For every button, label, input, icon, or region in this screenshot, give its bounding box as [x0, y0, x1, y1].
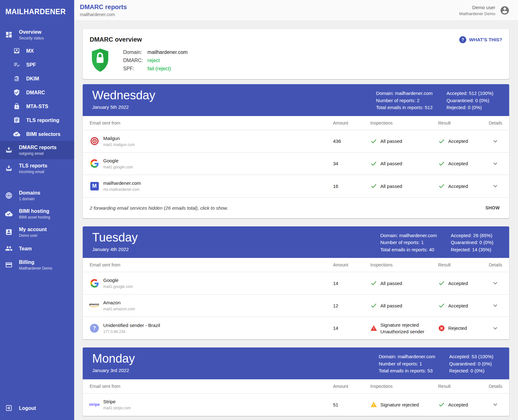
chevron-down-icon[interactable]: [491, 302, 499, 309]
dmarc-overview-card: DMARC overview ? WHAT'S THIS? Domain: ma…: [83, 29, 509, 79]
check-icon: [370, 160, 377, 167]
inspection-lines: All passed: [380, 160, 402, 167]
hidden-services-footer[interactable]: 2 forwarding email services hidden (26 e…: [83, 197, 509, 218]
details-cell: [488, 279, 502, 287]
chevron-down-icon[interactable]: [491, 324, 499, 332]
day-header: WednesdayJanuary 5th 2022Domain: mailhar…: [83, 84, 509, 116]
day-date: January 3rd 2022: [92, 368, 135, 373]
inspection-line: Signature rejected: [380, 322, 424, 328]
sidebar-item-billing[interactable]: BillingMailhardener Demo: [0, 256, 74, 274]
cancel-icon: [438, 325, 445, 332]
sidebar-item-dkim[interactable]: DKIM: [0, 72, 74, 85]
chevron-down-icon[interactable]: [491, 401, 499, 408]
day-report-card: MondayJanuary 3rd 2022Domain: mailharden…: [83, 347, 509, 416]
check-icon: [370, 138, 377, 145]
result-text: Accepted: [448, 138, 468, 144]
chevron-down-icon[interactable]: [491, 137, 499, 145]
chevron-down-icon[interactable]: [491, 182, 499, 190]
sidebar-item-mta-sts[interactable]: MTA-STS: [0, 99, 74, 113]
help-icon: ?: [459, 36, 466, 43]
chevron-down-icon[interactable]: [491, 279, 499, 287]
sidebar-item-sublabel: Mailhardener Demo: [19, 266, 52, 271]
table-row: Mailgunmail1.mailgun.com436All passedAcc…: [83, 130, 509, 153]
result-text: Accepted: [448, 161, 468, 166]
stat-line: Rejected: 0 (0%): [449, 367, 493, 375]
day-stats-left: Domain: mailhardener.comNumber of report…: [379, 353, 435, 375]
sidebar-item-bimi-hosting[interactable]: BIMI hostingBIMI asset hosting: [0, 205, 74, 223]
sender-domain: mail1.mailgun.com: [103, 143, 135, 147]
sidebar-item-dmarc[interactable]: DMARC: [0, 85, 74, 99]
sidebar-item-sublabel: BIMI asset hosting: [19, 215, 50, 219]
sender-text: mailhardener.commx.mailhardener.com: [103, 180, 141, 192]
day-header: MondayJanuary 3rd 2022Domain: mailharden…: [83, 347, 509, 379]
app-logo: MAILHARDENER: [0, 0, 74, 16]
stat-line: Domain: mailhardener.com: [380, 232, 437, 239]
sidebar-item-spf[interactable]: SPF: [0, 58, 74, 72]
day-report-list: WednesdayJanuary 5th 2022Domain: mailhar…: [83, 84, 509, 416]
sidebar-item-label: MX: [26, 48, 34, 54]
sidebar-item-label: My account: [19, 226, 47, 232]
sender-domain: mail1.amazon.com: [103, 307, 135, 311]
mailgun-logo: [90, 137, 99, 145]
chevron-down-icon[interactable]: [491, 160, 499, 167]
day-date: January 5th 2022: [92, 104, 155, 110]
sender-cell: stripeStripemail1.stripe.com: [90, 399, 333, 410]
sidebar-item-logout[interactable]: Logout: [0, 400, 74, 420]
sidebar-item-tls-reports[interactable]: TLS reportsincoming email: [0, 159, 74, 178]
stat-line: Number of reports: 2: [376, 97, 432, 104]
sidebar-item-dmarc-reports[interactable]: DMARC reportsoutgoing email: [0, 141, 74, 159]
stat-line: Rejected: 0 (0%): [447, 104, 493, 111]
details-cell: [488, 324, 502, 332]
sidebar-item-overview[interactable]: OverviewSecurity status: [0, 26, 74, 44]
stat-line: Accepted: 53 (100%): [449, 353, 493, 360]
sender-cell: ?Unidentified sender - Brazil177.0.86.23…: [90, 323, 333, 334]
sender-cell: Mailgunmail1.mailgun.com: [90, 136, 333, 147]
sidebar-item-team[interactable]: Team: [0, 241, 74, 256]
sidebar-item-tls-reporting[interactable]: TLS reporting: [0, 113, 74, 127]
inbox-icon: [5, 165, 13, 172]
sidebar-item-my-account[interactable]: My accountDemo user: [0, 223, 74, 241]
check-icon: [438, 401, 445, 408]
table-row: stripeStripemail1.stripe.com51Signature …: [83, 394, 509, 416]
sidebar-item-domains[interactable]: Domains1 domain: [0, 186, 74, 205]
sidebar-item-bimi-selectors[interactable]: BIMI selectors: [0, 127, 74, 141]
sender-cell: Googlemail1.google.com: [90, 277, 333, 289]
inspection-lines: All passed: [380, 280, 402, 287]
sidebar-item-sublabel: outgoing email: [19, 151, 57, 156]
google-logo: [90, 279, 99, 288]
col-amount: Amount: [333, 262, 370, 267]
globe-icon: [5, 192, 13, 199]
sidebar-item-mx[interactable]: MX: [0, 44, 74, 58]
day-title-block: WednesdayJanuary 5th 2022: [92, 88, 155, 111]
credit-card-icon: [5, 261, 13, 269]
inspection-lines: All passed: [380, 138, 402, 144]
check-icon: [438, 183, 445, 190]
stat-line: Quarantined: 0 (0%): [451, 239, 493, 246]
table-header-row: Email sent fromAmountInspectionsResultDe…: [83, 258, 509, 272]
svg-text:amazon: amazon: [89, 303, 99, 306]
sidebar-item-label: TLS reporting: [26, 117, 59, 123]
sidebar-item-text: MTA-STS: [26, 103, 48, 109]
amount-value: 14: [333, 281, 370, 286]
table-rows: stripeStripemail1.stripe.com51Signature …: [83, 394, 509, 416]
outbox-icon: [5, 146, 13, 154]
whats-this-link[interactable]: ? WHAT'S THIS?: [459, 36, 502, 43]
google-logo: [90, 159, 99, 168]
day-report-card: TuesdayJanuary 4th 2022Domain: mailharde…: [83, 226, 509, 340]
stat-line: Quarantined: 0 (0%): [449, 360, 493, 368]
check-icon: [438, 302, 445, 309]
day-stats-right: Accepted: 512 (100%)Quarantined: 0 (0%)R…: [447, 90, 493, 111]
lock-icon: [13, 103, 20, 110]
table-header-row: Email sent fromAmountInspectionsResultDe…: [83, 379, 509, 394]
stat-line: Accepted: 26 (65%): [451, 232, 493, 239]
stat-line: Rejected: 14 (35%): [451, 246, 493, 254]
sidebar-item-text: MX: [26, 48, 34, 54]
sender-domain: mail1.stripe.com: [103, 406, 131, 410]
table-row: amazonAmazonmail1.amazon.com12All passed…: [83, 295, 509, 317]
sidebar-item-label: Billing: [19, 259, 52, 265]
show-button[interactable]: SHOW: [485, 205, 500, 210]
user-menu[interactable]: Demo user Mailhardener Demo: [459, 5, 510, 16]
sender-logo: amazon: [90, 301, 99, 310]
sidebar-item-text: BIMI hostingBIMI asset hosting: [19, 208, 50, 219]
sidebar-item-label: DMARC: [26, 90, 45, 96]
